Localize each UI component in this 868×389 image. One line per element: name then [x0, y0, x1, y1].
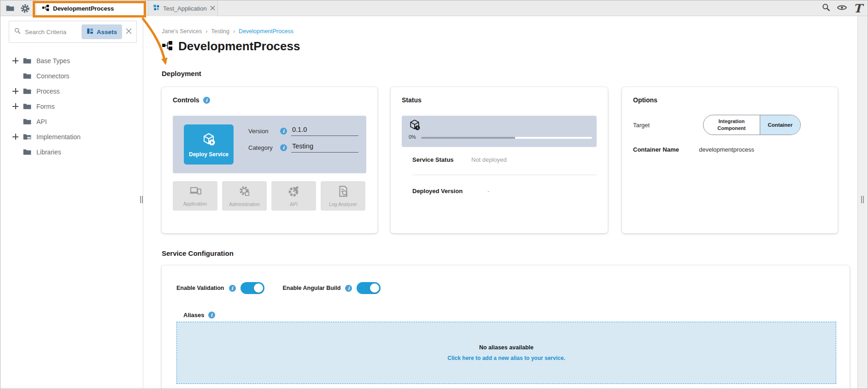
folder-icon [23, 71, 32, 81]
folder-icon [23, 147, 32, 157]
category-label: Category [248, 144, 276, 151]
deploy-button-label: Deploy Service [189, 151, 229, 158]
enable-validation-toggle[interactable] [240, 282, 264, 294]
target-label: Target [633, 122, 650, 129]
process-icon [42, 4, 49, 13]
target-segmented-control: Integration Component Container [703, 115, 801, 135]
log-analyzer-button[interactable]: Log Analyzer [321, 181, 365, 211]
application-button[interactable]: Application [173, 181, 217, 211]
tree-item-forms[interactable]: Forms [0, 99, 143, 114]
enable-validation-label: Enable Validation [176, 285, 224, 291]
close-tab-icon[interactable] [210, 5, 215, 12]
asset-tree: Base Types Connectors Process Forms API [0, 53, 143, 159]
info-icon[interactable] [203, 97, 210, 104]
controls-heading: Controls [173, 96, 199, 104]
controls-card: Controls Deploy Service Version [162, 87, 377, 233]
deploy-status-cube-icon [408, 118, 421, 133]
enable-angular-build-label: Enable Angular Build [283, 285, 341, 291]
add-alias-link[interactable]: Click here to add a new alias to your se… [447, 355, 565, 361]
service-configuration-card: Enable Validation Enable Angular Build A… [162, 265, 850, 389]
info-icon[interactable] [229, 285, 236, 292]
expand-icon[interactable] [12, 134, 23, 140]
deployed-version-label: Deployed Version [412, 188, 463, 194]
enable-angular-build-toggle[interactable] [357, 282, 381, 294]
application-icon [153, 4, 160, 12]
version-input[interactable] [291, 126, 358, 136]
tree-item-process[interactable]: Process [0, 83, 143, 99]
app-window: DevelopmentProcess Test_Application [0, 0, 868, 389]
deployed-version-value: - [487, 188, 489, 194]
log-search-icon [338, 185, 349, 198]
category-input[interactable] [291, 142, 358, 153]
tree-item-api[interactable]: API [0, 114, 143, 129]
breadcrumb: Jane's Services › Testing › DevelopmentP… [162, 28, 293, 35]
info-icon[interactable] [280, 128, 287, 135]
tree-item-label: API [36, 118, 47, 125]
search-input[interactable] [25, 29, 78, 35]
target-option-container-selected[interactable]: Container [760, 115, 800, 135]
progress-bar [421, 137, 592, 139]
gear-box-icon [239, 185, 251, 198]
assets-sidebar: Assets Base Types Connectors Process [0, 16, 143, 389]
button-label: Administration [229, 201, 260, 207]
no-aliases-text: No aliases available [479, 344, 534, 351]
folder-icon[interactable] [2, 0, 18, 16]
clear-search-icon[interactable] [126, 28, 132, 36]
gauge-icon [288, 185, 300, 198]
devices-icon [189, 186, 202, 198]
tree-item-label: Forms [36, 103, 55, 110]
options-card: Options Target Integration Component Con… [622, 87, 838, 233]
tree-item-base-types[interactable]: Base Types [0, 53, 143, 68]
breadcrumb-item-current[interactable]: DevelopmentProcess [239, 28, 293, 35]
info-icon[interactable] [208, 312, 215, 318]
implementation-folder-icon [23, 132, 32, 141]
button-label: Application [183, 201, 207, 206]
preview-eye-icon[interactable] [837, 2, 847, 15]
administration-button[interactable]: Administration [222, 181, 267, 211]
deploy-service-button[interactable]: Deploy Service [184, 124, 234, 165]
tree-item-label: Process [36, 88, 60, 95]
breadcrumb-item[interactable]: Jane's Services [162, 28, 202, 35]
service-status-value: Not deployed [471, 156, 507, 163]
text-tool-icon[interactable]: T [853, 3, 862, 14]
tab-development-process[interactable]: DevelopmentProcess [36, 0, 143, 16]
version-label: Version [248, 128, 276, 135]
target-option-integration-component[interactable]: Integration Component [704, 115, 760, 135]
options-heading: Options [633, 96, 657, 104]
folder-icon [23, 102, 32, 111]
breadcrumb-item[interactable]: Testing [211, 28, 229, 35]
assets-grid-icon [87, 28, 94, 36]
deploy-cube-icon [201, 132, 216, 148]
expand-icon[interactable] [12, 88, 23, 94]
info-icon[interactable] [280, 144, 287, 151]
right-panel-resize-handle[interactable] [861, 196, 864, 203]
tree-item-implementation[interactable]: Implementation [0, 129, 143, 144]
tree-item-label: Connectors [36, 72, 70, 80]
gear-icon[interactable] [17, 0, 33, 16]
aliases-dropzone[interactable]: No aliases available Click here to add a… [176, 322, 836, 384]
search-icon [14, 27, 21, 36]
breadcrumb-separator: › [205, 28, 207, 35]
tree-item-libraries[interactable]: Libraries [0, 144, 143, 159]
tree-item-label: Implementation [36, 133, 81, 141]
status-card: Status 0% Service Status Not deployed De… [391, 87, 608, 233]
expand-icon[interactable] [12, 58, 23, 64]
process-icon [162, 40, 173, 53]
folder-icon [23, 87, 32, 96]
button-label: API [290, 201, 298, 207]
info-icon[interactable] [345, 285, 352, 292]
sidebar-resize-handle[interactable] [140, 196, 143, 203]
progress-percent: 0% [409, 134, 416, 140]
api-button[interactable]: API [271, 181, 316, 211]
service-status-label: Service Status [412, 156, 454, 163]
assets-filter-chip[interactable]: Assets [82, 24, 122, 39]
top-bar: DevelopmentProcess Test_Application [0, 0, 868, 16]
search-icon[interactable] [821, 3, 831, 14]
expand-icon[interactable] [12, 103, 23, 109]
aliases-label: Aliases [183, 312, 205, 318]
tab-test-application[interactable]: Test_Application [148, 0, 218, 16]
divider [412, 175, 597, 175]
button-label: Log Analyzer [329, 201, 357, 207]
folder-icon [23, 56, 32, 65]
tree-item-connectors[interactable]: Connectors [0, 68, 143, 83]
